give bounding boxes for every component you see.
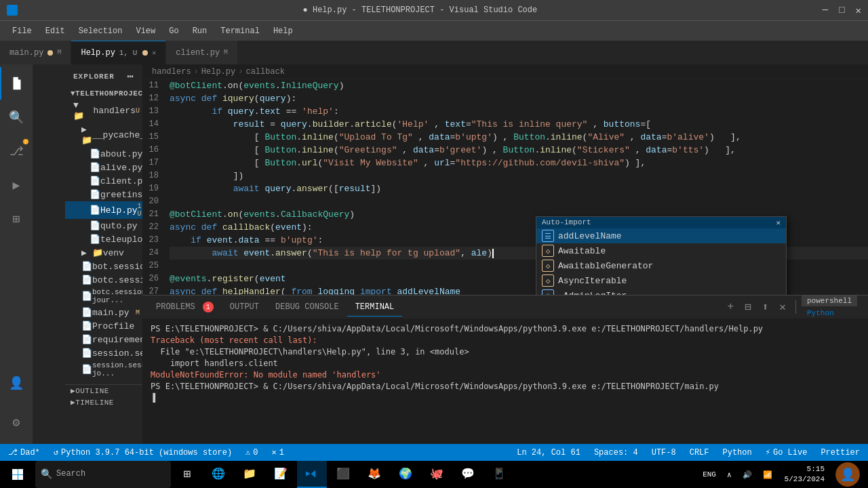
- taskbar-terminal[interactable]: ⬛: [328, 461, 358, 488]
- status-prettier[interactable]: Prettier: [818, 448, 863, 458]
- terminal-add-btn[interactable]: +: [723, 300, 738, 314]
- activity-avatar-icon[interactable]: 👤: [0, 367, 33, 399]
- terminal-split-btn[interactable]: ⊟: [741, 299, 755, 315]
- taskbar-git[interactable]: 🐙: [422, 461, 452, 488]
- explorer-more-icon[interactable]: ⋯: [127, 70, 134, 83]
- terminal-tab-debug[interactable]: DEBUG CONSOLE: [267, 298, 347, 316]
- file-requirements[interactable]: 📄 requirements.txt: [65, 333, 142, 346]
- taskbar-notepad[interactable]: 📝: [266, 461, 296, 488]
- file-teleupload[interactable]: 📄 teleupload.py: [65, 232, 142, 246]
- taskbar-chrome[interactable]: 🌍: [391, 461, 420, 488]
- file-session-journal[interactable]: 📄 session.session-jo...: [65, 360, 142, 379]
- taskbar-time[interactable]: 5:15 5/23/2024: [779, 464, 830, 485]
- status-warnings[interactable]: ⚠ 0: [243, 447, 260, 458]
- menu-help[interactable]: Help: [268, 24, 298, 39]
- status-branch[interactable]: ⎇ Dad*: [5, 447, 43, 458]
- status-encoding[interactable]: UTF-8: [649, 448, 679, 458]
- panel-powershell[interactable]: powershell: [802, 296, 857, 306]
- taskbar-extra1[interactable]: 💬: [453, 461, 483, 488]
- activity-debug-icon[interactable]: ▶: [0, 169, 33, 201]
- activity-git-icon[interactable]: ⎇ !: [0, 135, 33, 167]
- menu-file[interactable]: File: [7, 24, 37, 39]
- taskbar-edge[interactable]: 🌐: [203, 461, 233, 488]
- terminal-tab-problems[interactable]: PROBLEMS 1: [148, 298, 222, 317]
- taskbar-explorer[interactable]: 📁: [235, 461, 264, 488]
- activity-files-icon[interactable]: [0, 67, 33, 100]
- tab-bar: main.py M Help.py 1, U ✕ client.py M: [0, 41, 868, 64]
- file-quto[interactable]: 📄 quto.py: [65, 219, 142, 232]
- folder-pycache[interactable]: ▶ 📁 __pycache__ U: [65, 123, 142, 147]
- editor-content[interactable]: 11 @botClient.on(events.InlineQuery) 12 …: [142, 79, 868, 295]
- tab-help[interactable]: Help.py 1, U ✕: [71, 41, 166, 64]
- status-python[interactable]: ↺ Python 3.9.7 64-bit (windows store): [51, 447, 235, 458]
- ac-item-asynciterable[interactable]: ◇ AsyncIterable: [536, 273, 786, 288]
- tab-help-close[interactable]: ✕: [152, 49, 156, 57]
- file-botc-session-journal[interactable]: 📄 botc.session-jour...: [65, 287, 142, 306]
- status-ln-col[interactable]: Ln 24, Col 61: [514, 448, 583, 458]
- timeline-header[interactable]: ▶ TIMELINE: [65, 396, 142, 408]
- terminal-close-btn[interactable]: ✕: [775, 299, 790, 315]
- taskbar-taskview[interactable]: ⊞: [172, 461, 202, 488]
- status-errors[interactable]: ✕ 1: [269, 447, 287, 458]
- status-golive[interactable]: ⚡ Go Live: [763, 447, 810, 458]
- taskbar-avatar[interactable]: 👤: [835, 462, 860, 487]
- autocomplete-close[interactable]: ✕: [776, 218, 781, 227]
- menu-run[interactable]: Run: [187, 24, 213, 39]
- menu-terminal[interactable]: Terminal: [215, 24, 265, 39]
- close-button[interactable]: ✕: [856, 5, 861, 16]
- taskbar-firefox[interactable]: 🦊: [359, 461, 389, 488]
- file-session[interactable]: 📄 session.session M: [65, 346, 142, 360]
- taskbar-start[interactable]: [3, 461, 33, 488]
- status-spaces[interactable]: Spaces: 4: [591, 448, 641, 458]
- maximize-button[interactable]: □: [839, 5, 844, 16]
- folder-handlers[interactable]: ▼ 📁 handlers U: [65, 99, 142, 123]
- taskbar-lang[interactable]: ENG: [698, 469, 720, 480]
- terminal-tab-output[interactable]: OUTPUT: [222, 298, 267, 316]
- file-main[interactable]: 📄 main.py M: [65, 306, 142, 319]
- menu-selection[interactable]: Selection: [73, 24, 128, 39]
- ac-item-addlevelname[interactable]: ☰ addLevelName: [536, 228, 786, 243]
- menu-edit[interactable]: Edit: [40, 24, 71, 39]
- outline-header[interactable]: ▶ OUTLINE: [65, 385, 142, 396]
- taskbar-network[interactable]: 📶: [759, 469, 776, 481]
- folder-venv[interactable]: ▶ 📁 venv: [65, 246, 142, 260]
- minimize-button[interactable]: ─: [823, 5, 828, 16]
- file-procfile[interactable]: 📄 Procfile: [65, 319, 142, 333]
- breadcrumb-section[interactable]: callback: [245, 67, 285, 77]
- ac-item-awaitablegenerator[interactable]: ◇ AwaitableGenerator: [536, 258, 786, 273]
- tab-main-close[interactable]: M: [57, 49, 61, 56]
- taskbar-search[interactable]: 🔍 Search: [35, 461, 171, 488]
- taskbar-vscode[interactable]: [297, 461, 327, 488]
- file-bot-session[interactable]: 📄 bot.session U: [65, 260, 142, 273]
- project-folder[interactable]: ▼ TELETHONPROJECT: [65, 88, 142, 99]
- file-client[interactable]: 📄 client.py M: [65, 174, 142, 188]
- taskbar-chevron[interactable]: ∧: [723, 469, 736, 481]
- file-about[interactable]: 📄 about.py: [65, 147, 142, 161]
- taskbar-extra2[interactable]: 📱: [484, 461, 514, 488]
- menu-go[interactable]: Go: [163, 24, 184, 39]
- breadcrumb-file[interactable]: Help.py: [201, 67, 235, 77]
- file-help[interactable]: 📄 Help.py 1, U: [65, 201, 142, 219]
- status-eol[interactable]: CRLF: [687, 448, 712, 458]
- file-alive[interactable]: 📄 alive.py U: [65, 161, 142, 174]
- terminal-maximize-btn[interactable]: ⬆: [758, 299, 773, 315]
- activity-settings-icon[interactable]: ⚙: [0, 406, 33, 439]
- activity-search-icon[interactable]: 🔍: [0, 101, 33, 134]
- terminal-content[interactable]: PS E:\TELETHONPROJECT> & C:/Users/shiva/…: [142, 319, 868, 444]
- panel-python[interactable]: Python: [802, 308, 857, 319]
- taskbar-volume[interactable]: 🔊: [738, 469, 756, 481]
- title-bar-controls[interactable]: ─ □ ✕: [823, 5, 861, 16]
- terminal-tab-terminal[interactable]: TERMINAL: [347, 298, 403, 317]
- file-botc-session[interactable]: 📄 botc.session: [65, 273, 142, 287]
- file-greetins[interactable]: 📄 greetins.py: [65, 188, 142, 201]
- status-language[interactable]: Python: [720, 448, 755, 458]
- ac-item-adminlogiter[interactable]: ○ _AdminLogIter: [536, 288, 786, 295]
- tab-client[interactable]: client.py M: [166, 41, 238, 64]
- tab-main[interactable]: main.py M: [0, 41, 71, 64]
- activity-extensions-icon[interactable]: ⊞: [0, 203, 33, 235]
- file-about-icon: 📄: [90, 148, 100, 159]
- ac-item-awaitable[interactable]: ◇ Awaitable: [536, 243, 786, 258]
- ac-icon-asynciterable: ◇: [542, 274, 554, 287]
- breadcrumb-handlers[interactable]: handlers: [152, 67, 191, 77]
- menu-view[interactable]: View: [130, 24, 161, 39]
